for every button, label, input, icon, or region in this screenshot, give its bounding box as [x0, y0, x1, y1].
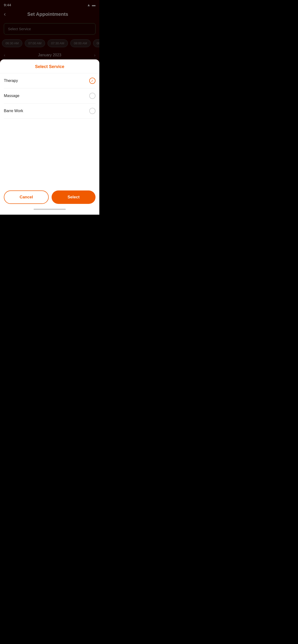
service-item-therapy[interactable]: Therapy ✓	[4, 73, 95, 88]
sheet-actions: Cancel Select	[0, 188, 99, 207]
empty-space	[0, 118, 99, 186]
radio-massage	[89, 93, 95, 99]
home-indicator	[34, 209, 66, 210]
radio-therapy-selected: ✓	[89, 78, 95, 84]
service-name-massage: Massage	[4, 94, 20, 98]
service-item-barre-work[interactable]: Barre Work	[4, 104, 95, 118]
service-item-massage[interactable]: Massage	[4, 88, 95, 104]
service-name-therapy: Therapy	[4, 78, 18, 83]
bottom-sheet: Select Service Therapy ✓ Massage Barre W…	[0, 60, 99, 215]
select-button[interactable]: Select	[52, 190, 95, 204]
service-name-barre-work: Barre Work	[4, 109, 23, 113]
sheet-header: Select Service	[0, 60, 99, 73]
cancel-button[interactable]: Cancel	[4, 190, 49, 204]
sheet-title: Select Service	[35, 64, 64, 69]
service-list: Therapy ✓ Massage Barre Work	[0, 73, 99, 118]
radio-barre-work	[89, 108, 95, 114]
